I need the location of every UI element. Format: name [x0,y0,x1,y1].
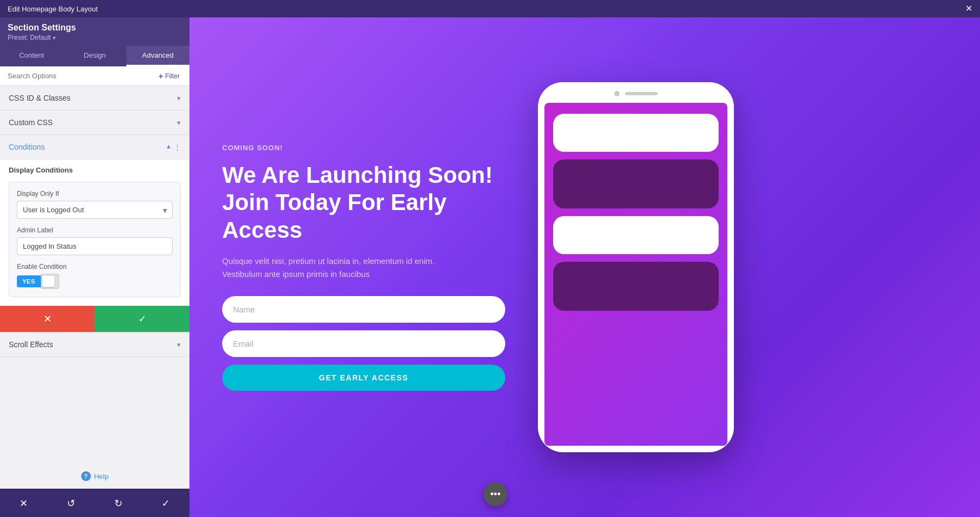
display-only-if-select[interactable]: User is Logged In User is Logged Out Alw… [17,201,173,219]
window-close-button[interactable]: ✕ [965,4,972,13]
tab-content[interactable]: Content [0,46,63,66]
help-section[interactable]: ? Help [0,464,189,489]
hero-title: We Are Launching Soon! Join Today For Ea… [222,162,505,244]
confirm-icon: ✓ [138,313,146,325]
display-conditions-title: Display Conditions [9,166,181,174]
conditions-content: Display Conditions Display Only If User … [0,159,189,306]
bottom-close-icon: ✕ [20,497,28,509]
hero-content: COMING SOON! We Are Launching Soon! Join… [222,144,505,391]
toggle-handle[interactable] [41,274,59,289]
scroll-effects-label: Scroll Effects [9,340,53,349]
condition-block: Display Only If User is Logged In User i… [9,182,181,297]
phone-card-2 [553,159,719,208]
filter-plus-icon: + [158,72,163,81]
custom-css-chevron: ▾ [177,119,181,127]
sidebar-bottom: ? Help [0,357,189,489]
bottom-redo-button[interactable]: ↻ [95,489,142,517]
conditions-label: Conditions [9,143,45,151]
preset-chevron: ▾ [53,35,56,41]
css-id-classes-label: CSS ID & Classes [9,94,71,102]
conditions-header[interactable]: Conditions ▾ ⋮ [0,135,189,159]
filter-label: Filter [165,72,180,80]
custom-css-section: Custom CSS ▾ [0,110,189,135]
title-bar: Edit Homepage Body Layout ✕ [0,0,980,17]
conditions-chevron: ▾ [167,143,170,151]
email-input[interactable] [222,330,505,357]
tab-design[interactable]: Design [63,46,126,66]
phone-screen [544,103,727,446]
scroll-effects-section: Scroll Effects ▾ [0,333,189,357]
css-id-classes-chevron: ▾ [177,94,181,102]
tab-advanced[interactable]: Advanced [126,46,189,66]
coming-soon-label: COMING SOON! [222,144,505,152]
scroll-effects-chevron: ▾ [177,341,181,349]
search-bar: + Filter [0,66,189,86]
bottom-bar: ✕ ↺ ↻ ✓ [0,489,189,517]
display-only-if-label: Display Only If [17,190,173,198]
title-bar-text: Edit Homepage Body Layout [8,5,98,13]
content-area: COMING SOON! We Are Launching Soon! Join… [189,17,980,517]
conditions-more-icon[interactable]: ⋮ [174,143,181,151]
settings-tabs: Content Design Advanced [0,46,189,66]
display-only-if-wrapper: User is Logged In User is Logged Out Alw… [17,201,173,219]
sidebar-header: Section Settings Preset: Default ▾ [0,17,189,46]
scroll-effects-header[interactable]: Scroll Effects ▾ [0,333,189,356]
bottom-close-button[interactable]: ✕ [0,489,47,517]
preset-selector[interactable]: Preset: Default ▾ [8,34,182,41]
custom-css-header[interactable]: Custom CSS ▾ [0,110,189,134]
cancel-icon: ✕ [44,313,52,325]
conditions-section: Conditions ▾ ⋮ Display Conditions Displa… [0,135,189,333]
phone-mockup [538,82,734,452]
css-id-classes-header[interactable]: CSS ID & Classes ▾ [0,86,189,110]
bottom-undo-button[interactable]: ↺ [47,489,95,517]
sidebar-panel: Section Settings Preset: Default ▾ Conte… [0,17,189,517]
phone-top-bar [538,82,734,101]
help-label: Help [94,472,109,481]
custom-css-label: Custom CSS [9,118,53,127]
toggle-yes-label: YES [17,275,41,287]
phone-speaker [625,92,658,95]
main-layout: Section Settings Preset: Default ▾ Conte… [0,17,980,517]
sidebar-title: Section Settings [8,23,182,33]
css-id-classes-section: CSS ID & Classes ▾ [0,86,189,110]
fab-button[interactable]: ••• [483,482,507,506]
condition-confirm-button[interactable]: ✓ [95,306,189,332]
admin-label-label: Admin Label [17,226,173,234]
bottom-save-icon: ✓ [162,497,170,509]
enable-condition-toggle[interactable]: YES [17,274,173,289]
name-input[interactable] [222,296,505,323]
admin-label-input[interactable] [17,237,173,255]
phone-card-3 [553,216,719,254]
enable-condition-label: Enable Condition [17,263,173,270]
hero-subtitle: Quisque velit nisi, pretium ut lacinia i… [222,255,505,281]
phone-card-4 [553,262,719,311]
help-icon: ? [81,471,91,481]
preset-label: Preset: Default [8,34,51,41]
hero-title-line1: We Are Launching Soon! [222,162,493,188]
search-input[interactable] [5,66,154,85]
bottom-save-button[interactable]: ✓ [142,489,189,517]
hero-title-line2: Join Today For Early Access [222,189,446,242]
condition-cancel-button[interactable]: ✕ [0,306,95,332]
cta-button[interactable]: GET EARLY ACCESS [222,365,505,391]
bottom-redo-icon: ↻ [114,497,122,509]
filter-button[interactable]: + Filter [154,69,184,84]
bottom-undo-icon: ↺ [67,497,75,509]
phone-card-1 [553,114,719,152]
condition-action-buttons: ✕ ✓ [0,306,189,332]
conditions-actions: ▾ ⋮ [167,143,181,151]
phone-camera [614,91,620,96]
